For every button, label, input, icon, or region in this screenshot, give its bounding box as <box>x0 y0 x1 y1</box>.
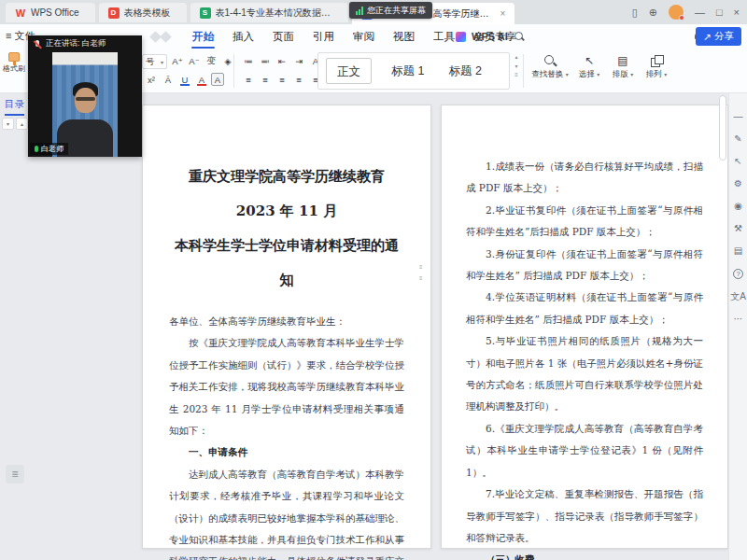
style-heading-2[interactable]: 标题 2 <box>436 58 493 84</box>
paragraph[interactable]: 7.毕业论文定稿、重复率检测报告、开题报告（指导教师手写签字）、指导记录表（指导… <box>466 483 703 549</box>
reader-view-icon[interactable]: ▤ <box>734 246 742 256</box>
paragraph[interactable]: 4.学位英语证明材料（须在证书上面签署“与原件相符和学生姓名” 后扫描成 PDF… <box>466 287 703 330</box>
select-button[interactable]: ↖ 选择 ▾ <box>573 52 605 80</box>
indent-icon[interactable]: ⇥ <box>291 53 306 68</box>
find-replace-label: 查找替换 <box>531 69 563 78</box>
paragraph[interactable]: （三）收费 <box>466 549 703 560</box>
nav-down-button[interactable]: ▾ <box>2 118 14 130</box>
justify-icon[interactable]: ≡ <box>291 72 306 87</box>
paragraph[interactable]: 按《重庆文理学院成人高等教育本科毕业生学士学位授予工作实施细则（试行）》要求，结… <box>169 332 404 441</box>
tab-wps-home[interactable]: W WPS Office <box>6 3 95 22</box>
arrange-button[interactable]: 排列 ▾ <box>641 52 672 80</box>
toc-float-button[interactable]: ≡ <box>6 465 24 483</box>
menu-reference[interactable]: 引用 <box>303 24 344 49</box>
meeting-header: 正在讲话: 白老师 <box>28 35 142 52</box>
font-tools-row2: x²ĀUAA <box>144 72 224 87</box>
mic-muted-icon <box>34 39 41 49</box>
gallery-more-icon[interactable]: ≡ <box>514 72 518 77</box>
style-normal[interactable]: 正文 <box>326 58 372 84</box>
minimize-button[interactable]: — <box>695 7 705 18</box>
bullet-list-icon[interactable]: ≔ <box>241 53 256 68</box>
chevron-down-icon: ▾ <box>664 72 667 77</box>
paragraph[interactable]: 一、申请条件 <box>169 441 404 463</box>
align-center-icon[interactable]: ≡ <box>258 72 273 87</box>
typeset-label: 排版 <box>613 69 628 78</box>
gallery-scroll-down-icon[interactable]: ▾ <box>514 63 517 69</box>
tab-close-icon[interactable]: × <box>500 8 506 19</box>
maximize-button[interactable]: □ <box>716 7 723 18</box>
gallery-scroll-up-icon[interactable]: ▴ <box>514 53 517 60</box>
pinyin-guide-icon[interactable]: Ā <box>161 72 176 87</box>
align-left-icon[interactable]: ≡ <box>241 72 256 87</box>
translate-icon[interactable]: 文A <box>730 292 746 301</box>
globe-icon[interactable]: ⊕ <box>649 7 657 18</box>
menu-review[interactable]: 审阅 <box>344 24 384 49</box>
paragraph[interactable]: 6.《重庆文理学院成人高等教育（高等教育自学考试）本科毕业生申请学士学位登记表》… <box>466 418 703 483</box>
ribbon-divider <box>233 54 234 88</box>
tab-spreadsheet[interactable]: S 表1-4-1专业基本情况数据.xlsx <box>190 3 348 22</box>
tab-template[interactable]: D 表格类模板 <box>99 3 187 22</box>
highlight-icon[interactable]: A <box>211 73 224 86</box>
outdent-icon[interactable]: ⇤ <box>275 53 289 68</box>
user-avatar[interactable] <box>669 5 684 20</box>
tools-icon[interactable]: ⚒ <box>734 224 742 233</box>
menu-insert[interactable]: 插入 <box>223 24 263 49</box>
select-arrow-icon[interactable]: ↖ <box>734 157 741 166</box>
nav-up-button[interactable]: ▴ <box>16 118 28 130</box>
paragraph[interactable]: 3.身份证复印件（须在证书上面签署“与原件相符和学生姓名” 后扫描成 PDF 版… <box>466 244 703 287</box>
paragraph[interactable]: 1.成绩表一份（请务必自行核算好平均成绩，扫描成 PDF 版本上交）； <box>466 156 703 200</box>
font-size-value: 号 <box>146 56 155 68</box>
toc-pane-tab[interactable]: 目录 <box>5 98 24 116</box>
change-case-icon[interactable]: 变 <box>204 53 218 68</box>
font-size-select[interactable]: 号 ▾ <box>142 54 167 69</box>
numbered-list-icon[interactable]: ≕ <box>258 53 273 68</box>
document-page-1[interactable]: 重庆文理学院高等学历继续教育 2023 年 11 月 本科学生学士学位申请材料受… <box>142 105 431 549</box>
document-title[interactable]: 重庆文理学院高等学历继续教育 2023 年 11 月 本科学生学士学位申请材料受… <box>169 160 404 298</box>
increase-font-icon[interactable]: A⁺ <box>170 53 185 68</box>
share-button[interactable]: ↗ 分享 <box>696 27 741 46</box>
wps-ai-icon <box>456 32 466 42</box>
outline-collapse-mark[interactable]: ≡ <box>419 264 423 270</box>
typeset-button[interactable]: ▤ 排版 ▾ <box>607 52 639 80</box>
paragraph[interactable]: 达到成人高等教育（高等教育自学考试）本科教学计划要求，经考核准予毕业，其课程学习… <box>169 464 404 560</box>
help-icon[interactable]: ? <box>733 269 743 279</box>
paragraph[interactable]: 各单位、全体高等学历继续教育毕业生： <box>169 311 404 332</box>
chevron-down-icon: ▾ <box>630 72 633 77</box>
notification-badge <box>679 15 684 21</box>
layout-mode-icon[interactable]: ▯ <box>632 7 638 18</box>
vertical-scrollbar-thumb[interactable] <box>719 95 726 161</box>
outline-collapse-mark[interactable]: ≡ <box>419 275 423 281</box>
menu-view[interactable]: 视图 <box>384 24 424 49</box>
document-title-line1[interactable]: 重庆文理学院高等学历继续教育 2023 年 11 月 <box>169 160 404 229</box>
select-label: 选择 <box>579 69 595 78</box>
more-tools-icon[interactable]: ⋯ <box>734 315 743 324</box>
close-button[interactable]: × <box>734 7 740 18</box>
search-icon[interactable] <box>514 31 525 42</box>
document-page-2[interactable]: 1.成绩表一份（请务必自行核算好平均成绩，扫描成 PDF 版本上交）；2.毕业证… <box>441 105 728 549</box>
participant-name: 白老师 <box>41 144 63 154</box>
ai-assistant-icon[interactable]: ◉ <box>734 202 742 211</box>
paragraph[interactable]: 5.与毕业证书照片相同的纸质照片（规格为大一寸）和电子照片各 1 张（电子照片必… <box>466 330 703 418</box>
styles-gallery-scroll: ▴ ▾ ≡ <box>512 53 521 77</box>
document-title-line2[interactable]: 本科学生学士学位申请材料受理的通知 <box>169 229 404 298</box>
align-right-icon[interactable]: ≡ <box>275 72 289 87</box>
style-heading-1[interactable]: 标题 1 <box>379 58 436 84</box>
menu-home[interactable]: 开始 <box>183 24 223 49</box>
decrease-font-icon[interactable]: A⁻ <box>187 53 202 68</box>
font-color-icon[interactable]: A <box>194 72 209 87</box>
meeting-video-overlay[interactable]: 正在讲话: 白老师 白老师 <box>28 35 142 157</box>
underline-icon[interactable]: U <box>177 72 192 87</box>
edit-pen-icon[interactable]: ✎ <box>734 134 741 144</box>
screen-sharing-tooltip: 您正在共享屏幕 <box>349 2 432 19</box>
superscript-icon[interactable]: x² <box>144 72 159 87</box>
select-cursor-icon: ↖ <box>585 54 594 67</box>
format-painter-button[interactable]: 格式刷 <box>0 51 28 74</box>
adjust-settings-icon[interactable]: ⚙ <box>734 179 742 189</box>
find-replace-button[interactable]: 查找替换 ▾ <box>529 52 571 80</box>
menu-page[interactable]: 页面 <box>263 24 303 49</box>
hamburger-icon: ≡ <box>6 30 11 41</box>
paragraph[interactable]: 2.毕业证书复印件（须在证书上面签署“与原件相符和学生姓名”后扫描成 PDF 版… <box>466 200 703 244</box>
wps-ai-label[interactable]: WPS AI <box>472 31 508 42</box>
collapse-panel-icon[interactable]: — <box>734 112 743 121</box>
font-tools-row1: A⁺A⁻变◈ <box>170 53 235 68</box>
